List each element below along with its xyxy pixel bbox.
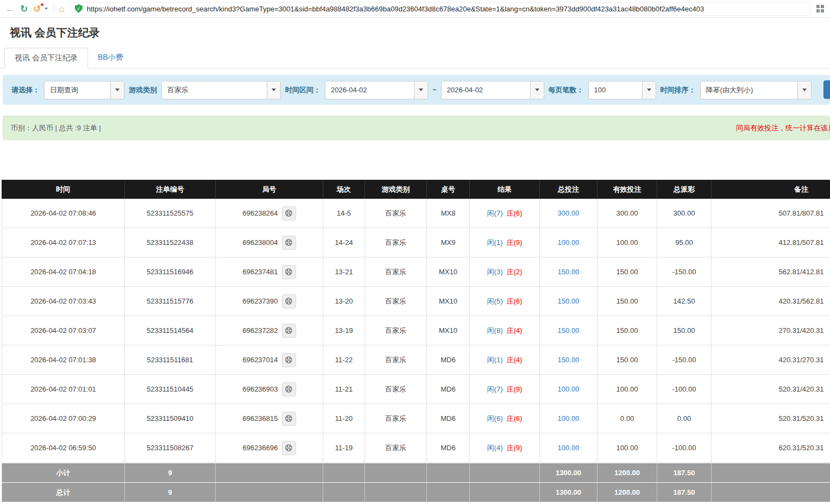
subtotal-empty (470, 463, 540, 482)
column-header: 局号 (216, 180, 323, 199)
table-header-row: 时间注单编号局号场次游戏类别桌号结果总投注有效投注总派彩备注 (2, 180, 830, 199)
cell-round: 696237014 (216, 345, 323, 375)
cell-note: 520.31/420.31 (712, 375, 830, 404)
dropdown-caret-icon[interactable] (414, 81, 427, 99)
total-empty (470, 483, 540, 502)
table-row: 2026-04-02 06:59:50 523311508267 6962366… (2, 433, 830, 463)
subtotal-empty (323, 463, 365, 482)
tab-bet-records[interactable]: 视讯 会员下注纪录 (4, 48, 88, 68)
cell-total-bet: 150.00 (540, 345, 598, 375)
video-record-icon[interactable] (282, 265, 296, 279)
dropdown-caret-icon[interactable] (797, 81, 811, 99)
tab-bb-tips[interactable]: BB小费 (88, 48, 133, 68)
cell-result: 闲(7) 庄(6) (470, 199, 540, 228)
date-to-value: 2026-04-02 (442, 81, 530, 99)
cell-bet-id: 523311522438 (125, 228, 216, 257)
sort-order-select[interactable]: 降幂(由大到小) (700, 81, 812, 99)
back-icon[interactable]: ← (5, 4, 15, 14)
date-range-tilde: ~ (432, 86, 437, 94)
total-label: 总计 (2, 483, 125, 502)
address-bar[interactable]: ✓ https://iohetf.com/game/betrecord_sear… (70, 2, 810, 16)
cell-time: 2026-04-02 07:07:13 (2, 228, 125, 257)
shield-icon: ✓ (75, 4, 83, 13)
total-empty (427, 483, 470, 502)
cell-round: 696238004 (216, 228, 323, 257)
subtotal-empty (712, 463, 830, 482)
cell-payout: 300.00 (657, 199, 712, 228)
cell-result: 闲(5) 庄(6) (470, 287, 540, 316)
dropdown-caret-icon[interactable] (530, 81, 544, 99)
video-record-icon[interactable] (282, 324, 296, 338)
total-total-bet: 1300.00 (540, 483, 598, 502)
cell-payout: 0.00 (657, 404, 712, 433)
home-icon[interactable]: ⌂ (59, 4, 65, 14)
toolbar-divider (53, 4, 54, 13)
column-header: 时间 (2, 180, 125, 199)
video-record-icon[interactable] (282, 353, 296, 367)
video-record-icon[interactable] (282, 206, 296, 220)
total-bet-link[interactable]: 100.00 (558, 238, 580, 247)
round-number: 696236696 (242, 444, 278, 452)
total-bet-link[interactable]: 300.00 (558, 209, 580, 217)
refresh-icon[interactable]: ↻ (20, 4, 28, 14)
cell-game-type: 百家乐 (365, 345, 427, 375)
page-size-select[interactable]: 100 (588, 81, 656, 99)
dropdown-caret-icon[interactable] (110, 81, 124, 99)
cell-game-type: 百家乐 (365, 199, 427, 228)
date-to-select[interactable]: 2026-04-02 (441, 81, 544, 99)
dropdown-caret-icon[interactable] (642, 81, 656, 99)
query-type-value: 日期查询 (45, 81, 110, 99)
cell-total-bet: 150.00 (540, 257, 598, 287)
cell-bet-id: 523311509410 (125, 404, 216, 433)
restore-dropdown-caret-icon[interactable] (45, 8, 48, 10)
game-type-select[interactable]: 百家乐 (161, 81, 281, 99)
cell-valid-bet: 100.00 (598, 228, 657, 257)
table-row: 2026-04-02 07:07:13 523311522438 6962380… (2, 228, 830, 257)
cell-time: 2026-04-02 07:03:07 (2, 316, 125, 345)
browser-toolbar: ← ↻ ↺ ⌂ ✓ https://iohetf.com/game/betrec… (0, 0, 830, 18)
total-bet-link[interactable]: 100.00 (558, 444, 580, 452)
cell-valid-bet: 150.00 (598, 287, 657, 316)
cell-table-number: MX10 (427, 316, 470, 345)
cell-session: 11-21 (323, 375, 365, 404)
video-record-icon[interactable] (282, 294, 296, 308)
sort-order-value: 降幂(由大到小) (701, 81, 797, 99)
total-bet-link[interactable]: 150.00 (558, 356, 580, 364)
round-number: 696236903 (242, 385, 278, 393)
video-record-icon[interactable] (282, 412, 296, 426)
total-bet-link[interactable]: 150.00 (558, 326, 580, 335)
search-button[interactable] (823, 80, 830, 99)
apps-grid-icon[interactable] (816, 4, 825, 13)
dropdown-caret-icon[interactable] (267, 81, 280, 99)
cell-bet-id: 523311516946 (125, 257, 216, 287)
date-from-select[interactable]: 2026-04-02 (325, 81, 428, 99)
result-player: 闲(7) (487, 209, 503, 218)
column-header: 总投注 (540, 180, 598, 199)
total-bet-link[interactable]: 150.00 (558, 297, 580, 305)
cell-time: 2026-04-02 07:03:43 (2, 287, 125, 316)
total-empty (323, 483, 365, 502)
cell-bet-id: 523311514564 (125, 316, 216, 345)
cell-note: 412.81/507.81 (712, 228, 830, 257)
cell-bet-id: 523311515776 (125, 287, 216, 316)
cell-table-number: MX9 (427, 228, 470, 257)
url-text[interactable]: https://iohetf.com/game/betrecord_search… (87, 5, 704, 13)
cell-valid-bet: 150.00 (598, 257, 657, 287)
total-bet-link[interactable]: 100.00 (558, 385, 580, 393)
video-record-icon[interactable] (282, 236, 296, 250)
cell-payout: -150.00 (657, 257, 712, 287)
cell-total-bet: 100.00 (540, 404, 598, 433)
video-record-icon[interactable] (282, 382, 296, 396)
result-player: 闲(6) (487, 414, 503, 424)
cell-valid-bet: 150.00 (598, 345, 657, 375)
result-banker: 庄(6) (507, 414, 523, 424)
page-size-label: 每页笔数： (549, 85, 584, 95)
table-row: 2026-04-02 07:01:01 523311510445 6962369… (2, 375, 830, 404)
video-record-icon[interactable] (282, 441, 296, 455)
cell-session: 11-20 (323, 404, 365, 433)
total-bet-link[interactable]: 150.00 (558, 268, 580, 276)
query-type-select[interactable]: 日期查询 (44, 81, 124, 99)
table-row: 2026-04-02 07:03:07 523311514564 6962372… (2, 316, 830, 345)
total-bet-link[interactable]: 100.00 (558, 414, 580, 423)
restore-icon[interactable]: ↺ (33, 4, 41, 14)
